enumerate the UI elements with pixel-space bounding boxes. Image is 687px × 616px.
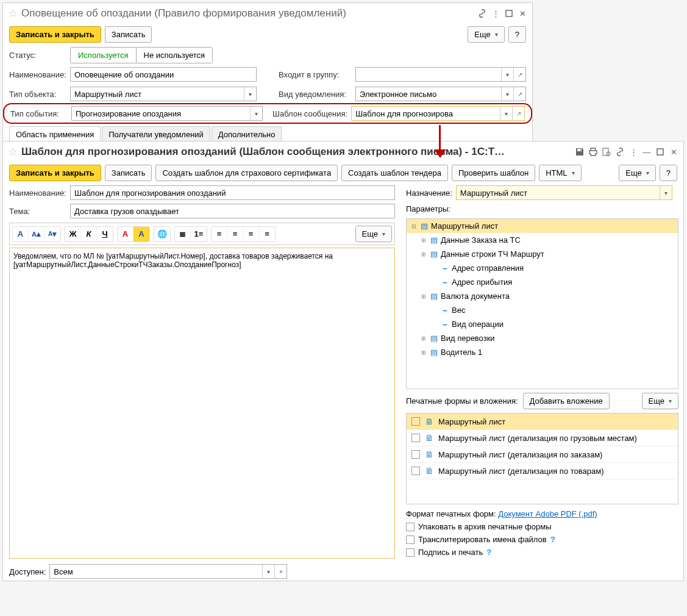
help-button[interactable]: ? <box>660 165 677 181</box>
template-select[interactable]: ▾ ↗ <box>351 106 525 121</box>
checkbox[interactable] <box>411 417 420 426</box>
expand-icon[interactable]: ⊞ <box>420 237 427 244</box>
eventtype-select[interactable]: ▾ <box>71 106 263 121</box>
message-body-editor[interactable]: Уведомляем, что по МЛ № [уатМаршрутныйЛи… <box>9 248 395 559</box>
save-close-button[interactable]: Записать и закрыть <box>9 165 101 181</box>
create-tender-template-button[interactable]: Создать шаблон тендера <box>341 165 448 181</box>
preview-icon[interactable] <box>602 147 611 157</box>
parameters-tree[interactable]: ⊟ ▤ Маршрутный лист ⊞ ▤ Данные Заказа на… <box>406 218 678 389</box>
dropdown-icon[interactable]: ▾ <box>262 565 274 578</box>
tree-item[interactable]: – Адрес прибытия <box>407 275 678 289</box>
maximize-icon[interactable] <box>655 147 665 157</box>
close-icon[interactable]: ✕ <box>518 9 527 18</box>
checkbox[interactable] <box>411 450 420 459</box>
align-left-icon[interactable]: ≡ <box>212 227 227 242</box>
save-close-button[interactable]: Записать и закрыть <box>9 26 101 43</box>
dropdown-icon[interactable]: ▾ <box>501 87 513 101</box>
group-select[interactable]: ▾ ↗ <box>355 67 526 82</box>
favorite-star-icon[interactable]: ☆ <box>8 7 18 20</box>
create-cert-template-button[interactable]: Создать шаблон для страхового сертификат… <box>155 165 338 181</box>
close-icon[interactable]: ✕ <box>669 147 678 157</box>
expand-icon[interactable]: ⊞ <box>420 335 427 342</box>
tree-item[interactable]: – Вес <box>407 303 678 317</box>
text-color-icon[interactable]: A <box>118 227 133 242</box>
dropdown-icon[interactable]: ▾ <box>660 186 672 199</box>
assign-select[interactable]: ▾ <box>456 185 672 200</box>
font-shrink-icon[interactable]: A▾ <box>44 227 60 242</box>
checkbox[interactable] <box>411 434 420 442</box>
checkbox[interactable] <box>411 467 420 475</box>
tree-item[interactable]: ⊞ ▤ Данные строки ТЧ Маршрут <box>407 247 678 261</box>
notiftype-select[interactable]: ▾ ↗ <box>355 87 526 101</box>
tree-item[interactable]: ⊞ ▤ Валюта документа <box>407 289 678 303</box>
html-mode-button[interactable]: HTML <box>539 165 581 181</box>
font-grow-icon[interactable]: A▴ <box>29 227 44 242</box>
dropdown-icon[interactable]: ▾ <box>501 68 513 81</box>
underline-icon[interactable]: Ч <box>97 227 113 242</box>
add-attachment-button[interactable]: Добавить вложение <box>523 393 610 409</box>
attachments-more-button[interactable]: Еще <box>642 393 678 409</box>
attachment-row[interactable]: 🗎 Маршрутный лист (детализация по товара… <box>407 463 678 479</box>
dropdown-icon[interactable]: ▾ <box>250 107 262 120</box>
name-input[interactable] <box>70 67 257 82</box>
save-button[interactable]: Записать <box>105 165 152 181</box>
align-right-icon[interactable]: ≡ <box>243 227 259 242</box>
insert-image-icon[interactable]: 🌐 <box>154 227 170 242</box>
help-button[interactable]: ? <box>508 26 526 43</box>
favorite-star-icon[interactable]: ☆ <box>8 145 18 159</box>
attachment-row[interactable]: 🗎 Маршрутный лист (детализация по грузов… <box>407 430 678 446</box>
open-icon[interactable]: ↗ <box>513 68 525 81</box>
more-button[interactable]: Еще <box>619 165 655 181</box>
checkbox-signstamp[interactable] <box>406 548 415 557</box>
link-icon[interactable] <box>615 147 625 157</box>
checkbox-translit[interactable] <box>406 535 415 544</box>
collapse-icon[interactable]: ⊟ <box>410 223 418 230</box>
checkbox-archive[interactable] <box>406 523 415 531</box>
save-icon[interactable] <box>575 147 585 157</box>
tree-item[interactable]: ⊞ ▤ Водитель 1 <box>407 345 678 359</box>
save-button[interactable]: Записать <box>105 26 152 43</box>
editor-more-button[interactable]: Еще <box>355 226 392 242</box>
clear-icon[interactable]: × <box>274 565 287 578</box>
open-icon[interactable]: ↗ <box>513 87 525 101</box>
tab-scope[interactable]: Область применения <box>9 126 101 142</box>
more-button[interactable]: Еще <box>468 26 504 43</box>
expand-icon[interactable]: ⊞ <box>420 349 427 356</box>
open-icon[interactable]: ↗ <box>512 107 524 120</box>
bold-icon[interactable]: Ж <box>65 227 81 242</box>
tab-recipients[interactable]: Получатели уведомлений <box>102 126 210 142</box>
tree-item[interactable]: – Адрес отправления <box>407 261 678 275</box>
help-icon[interactable]: ? <box>486 548 491 557</box>
attachment-row[interactable]: 🗎 Маршрутный лист (детализация по заказа… <box>407 446 678 463</box>
font-normal-icon[interactable]: A <box>13 227 29 242</box>
highlight-color-icon[interactable]: A <box>133 227 149 242</box>
minimize-icon[interactable]: — <box>642 147 652 157</box>
more-menu-icon[interactable]: ⋮ <box>628 147 638 157</box>
check-template-button[interactable]: Проверить шаблон <box>452 165 535 181</box>
status-notused[interactable]: Не используется <box>137 48 213 63</box>
tab-additional[interactable]: Дополнительно <box>212 126 282 142</box>
attachment-row[interactable]: 🗎 Маршрутный лист <box>407 414 678 430</box>
format-link[interactable]: Документ Adobe PDF (.pdf) <box>498 509 597 518</box>
italic-icon[interactable]: К <box>81 227 97 242</box>
expand-icon[interactable]: ⊞ <box>420 251 427 258</box>
help-icon[interactable]: ? <box>550 535 555 544</box>
print-icon[interactable] <box>588 147 598 157</box>
numbered-list-icon[interactable]: 1≡ <box>191 227 207 242</box>
subject-input[interactable] <box>70 204 395 218</box>
tree-item[interactable]: ⊞ ▤ Вид перевозки <box>407 331 678 345</box>
more-menu-icon[interactable]: ⋮ <box>491 9 500 18</box>
bullet-list-icon[interactable]: ≣ <box>175 227 191 242</box>
objtype-select[interactable]: ▾ <box>70 87 257 101</box>
tree-root[interactable]: ⊟ ▤ Маршрутный лист <box>407 219 678 233</box>
dropdown-icon[interactable]: ▾ <box>500 107 512 120</box>
align-center-icon[interactable]: ≡ <box>227 227 243 242</box>
tree-item[interactable]: – Вид операции <box>407 317 678 331</box>
link-icon[interactable] <box>477 9 487 18</box>
status-used[interactable]: Используется <box>71 48 137 63</box>
align-justify-icon[interactable]: ≡ <box>259 227 275 242</box>
maximize-icon[interactable] <box>504 9 514 18</box>
tree-item[interactable]: ⊞ ▤ Данные Заказа на ТС <box>407 233 678 247</box>
expand-icon[interactable]: ⊞ <box>420 293 427 300</box>
name-input[interactable] <box>70 185 395 200</box>
